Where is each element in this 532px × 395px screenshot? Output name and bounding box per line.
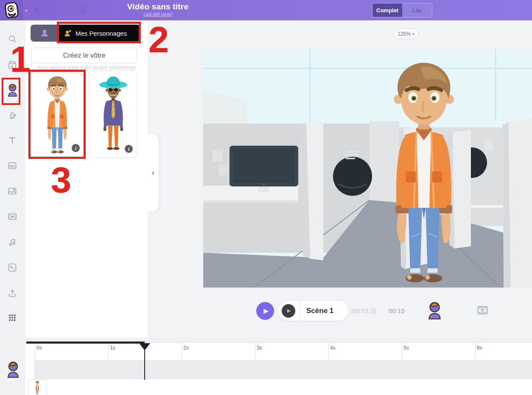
props-icon xyxy=(7,110,17,120)
sidebar-item-props[interactable] xyxy=(6,109,18,121)
sidebar-item-apps[interactable] xyxy=(6,312,18,324)
film-strip-icon xyxy=(477,305,488,316)
character-avatar-icon xyxy=(6,361,20,378)
timeline-elapsed-bar xyxy=(26,341,145,344)
timeline-track[interactable] xyxy=(34,360,532,379)
scene-selector[interactable]: ▶ Scène 1 xyxy=(278,301,348,321)
mode-toggle: Complet Lite xyxy=(372,3,432,17)
text-icon xyxy=(7,135,17,145)
topbar: ⌄ Vidéo sans titre Last edit saved Compl… xyxy=(0,0,532,20)
tick-6s: 6s xyxy=(475,343,476,360)
tick-2s: 2s xyxy=(182,343,182,360)
character-card-casual-man[interactable]: i xyxy=(28,70,86,159)
create-your-own-button[interactable]: Créez le vôtre xyxy=(31,48,137,63)
play-icon: ▶ xyxy=(287,308,291,313)
sidebar-item-search[interactable] xyxy=(6,33,18,45)
tick-0s: 0s xyxy=(35,343,35,360)
characters-icon xyxy=(7,83,18,97)
timeline-character-layer-button[interactable] xyxy=(6,361,20,380)
divider xyxy=(300,301,300,321)
app-logo-button[interactable] xyxy=(0,0,23,20)
person-plus-icon xyxy=(64,29,72,37)
scene-character-button[interactable] xyxy=(427,301,442,322)
tab-character-library[interactable] xyxy=(31,25,59,42)
background-icon-label: BG xyxy=(10,164,15,168)
toggle-lite[interactable]: Lite xyxy=(402,3,432,17)
info-badge[interactable]: i xyxy=(125,145,133,153)
background-icon: BG xyxy=(7,161,17,171)
tab-my-characters-label: Mes Personnages xyxy=(76,30,127,37)
sidebar-item-text[interactable] xyxy=(6,134,18,146)
sidebar-item-music[interactable] xyxy=(6,236,18,248)
chevron-down-icon[interactable]: ⌄ xyxy=(24,6,29,13)
office-scene xyxy=(203,49,532,288)
apps-grid-icon xyxy=(7,313,17,323)
logo-mascot xyxy=(3,1,20,19)
scene-video-button[interactable] xyxy=(477,305,488,318)
stage-canvas[interactable] xyxy=(203,49,532,288)
sidebar-item-upload[interactable] xyxy=(6,287,18,299)
sidebar-item-characters[interactable] xyxy=(6,84,18,96)
scene-play-button[interactable]: ▶ xyxy=(282,304,295,318)
scenes-icon xyxy=(7,59,17,70)
tick-5s: 5s xyxy=(402,343,402,360)
sidebar-item-images[interactable] xyxy=(6,185,18,197)
total-duration: 00:10 xyxy=(389,307,405,314)
tick-3s: 3s xyxy=(255,343,255,360)
zoom-level-value: 125% xyxy=(398,31,411,37)
sidebar-item-effects[interactable] xyxy=(6,262,18,274)
clip-character-thumb xyxy=(34,381,41,395)
sidebar-item-scenes[interactable] xyxy=(6,59,18,71)
tab-my-characters[interactable]: Mes Personnages xyxy=(59,25,140,42)
sidebar-item-videos[interactable] xyxy=(6,211,18,223)
play-icon: ▶ xyxy=(263,307,269,315)
toggle-complet[interactable]: Complet xyxy=(372,3,402,17)
video-title-block: Vidéo sans titre Last edit saved xyxy=(73,2,243,17)
undo-icon xyxy=(32,5,42,15)
playhead-handle[interactable] xyxy=(139,343,150,350)
person-icon xyxy=(40,28,49,38)
panel-tabbar: Mes Personnages xyxy=(31,25,140,42)
images-icon xyxy=(7,186,17,196)
page-title[interactable]: Vidéo sans titre xyxy=(73,2,243,11)
videos-icon xyxy=(7,212,17,222)
scene-name: Scène 1 xyxy=(306,307,333,315)
effects-icon xyxy=(7,262,17,273)
collapse-panel-button[interactable]: ‹ xyxy=(148,134,159,212)
tick-1s: 1s xyxy=(108,343,109,360)
undo-button[interactable] xyxy=(30,4,45,16)
current-time: [00:01.5] xyxy=(351,307,376,314)
character-avatar-icon xyxy=(427,301,442,320)
zoom-level-dropdown[interactable]: 125% ▾ xyxy=(394,28,418,39)
search-icon xyxy=(7,34,17,44)
timeline-ruler[interactable] xyxy=(25,342,532,360)
caret-down-icon: ▾ xyxy=(412,32,414,36)
sidebar-item-background[interactable]: BG xyxy=(6,160,18,172)
info-badge[interactable]: i xyxy=(72,144,80,152)
chevron-left-icon: ‹ xyxy=(152,169,154,177)
last-edit-status: Last edit saved xyxy=(73,12,243,17)
app-window: ⌄ Vidéo sans titre Last edit saved Compl… xyxy=(0,0,532,395)
music-icon xyxy=(7,237,17,247)
sidebar: BG xyxy=(0,20,25,395)
timeline-clip-thumbnail[interactable] xyxy=(28,379,47,395)
play-preview-button[interactable]: ▶ xyxy=(256,302,274,320)
tick-4s: 4s xyxy=(328,343,329,360)
casual-man-thumbnail xyxy=(38,75,77,157)
upload-icon xyxy=(7,288,17,298)
character-card-cowboy-man[interactable]: i xyxy=(89,71,137,158)
